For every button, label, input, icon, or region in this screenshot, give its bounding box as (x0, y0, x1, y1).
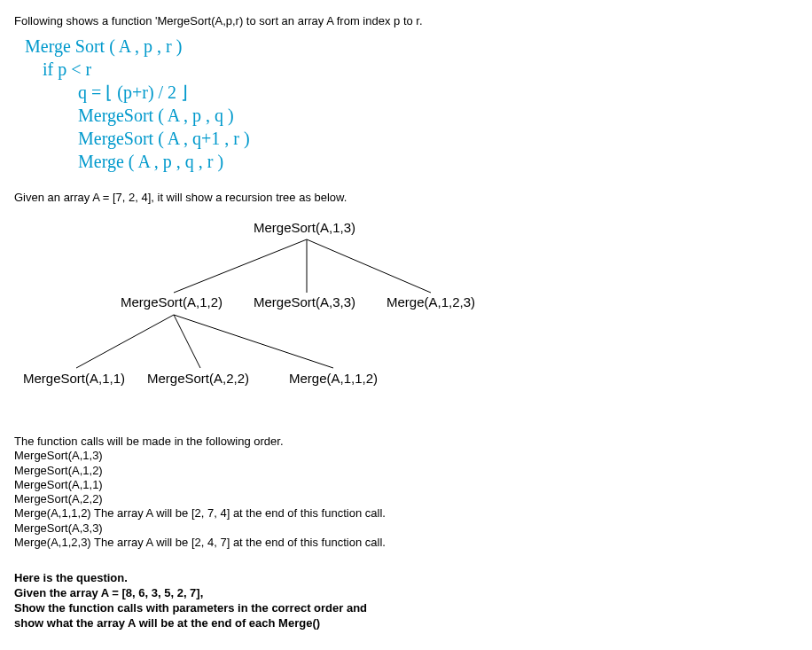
svg-line-4 (174, 315, 200, 368)
svg-line-0 (174, 239, 307, 293)
tree-node-l1c: Merge(A,1,2,3) (386, 294, 475, 309)
question-block: Here is the question. Given the array A … (14, 571, 794, 631)
call-line: MergeSort(A,1,1) (14, 478, 794, 492)
question-line-2: Show the function calls with parameters … (14, 601, 794, 616)
hw-line-4: MergeSort ( A , p , q ) (78, 104, 794, 127)
hw-line-5: MergeSort ( A , q+1 , r ) (78, 127, 794, 150)
svg-line-3 (76, 315, 174, 368)
svg-line-5 (174, 315, 333, 368)
call-line: MergeSort(A,1,3) (14, 449, 794, 463)
question-header: Here is the question. (14, 571, 794, 586)
tree-node-l1b: MergeSort(A,3,3) (254, 294, 355, 309)
recursion-tree: MergeSort(A,1,3) MergeSort(A,1,2) MergeS… (14, 213, 635, 417)
call-line: Merge(A,1,2,3) The array A will be [2, 4… (14, 536, 794, 550)
tree-lines (14, 213, 635, 417)
tree-node-root: MergeSort(A,1,3) (254, 220, 355, 235)
tree-node-l2a: MergeSort(A,1,1) (23, 371, 125, 386)
calls-header: The function calls will be made in the f… (14, 435, 794, 449)
tree-node-l2c: Merge(A,1,1,2) (289, 371, 378, 386)
call-line: MergeSort(A,2,2) (14, 492, 794, 506)
question-line-1: Given the array A = [8, 6, 3, 5, 2, 7], (14, 586, 794, 601)
given-array-text: Given an array A = [7, 2, 4], it will sh… (14, 191, 794, 204)
intro-text: Following shows a function 'MergeSort(A,… (14, 14, 794, 27)
call-line: Merge(A,1,1,2) The array A will be [2, 7… (14, 506, 794, 521)
hw-line-6: Merge ( A , p , q , r ) (78, 150, 794, 173)
handwritten-pseudocode: Merge Sort ( A , p , r ) if p < r q = ⌊ … (25, 35, 794, 173)
svg-line-2 (307, 239, 431, 293)
call-line: MergeSort(A,1,2) (14, 464, 794, 478)
question-line-3: show what the array A will be at the end… (14, 616, 794, 631)
tree-node-l2b: MergeSort(A,2,2) (147, 371, 249, 386)
hw-line-3: q = ⌊ (p+r) / 2 ⌋ (78, 81, 794, 104)
hw-line-2: if p < r (43, 58, 794, 81)
function-calls-block: The function calls will be made in the f… (14, 435, 794, 550)
hw-line-1: Merge Sort ( A , p , r ) (25, 35, 794, 58)
call-line: MergeSort(A,3,3) (14, 521, 794, 536)
tree-node-l1a: MergeSort(A,1,2) (121, 294, 223, 309)
